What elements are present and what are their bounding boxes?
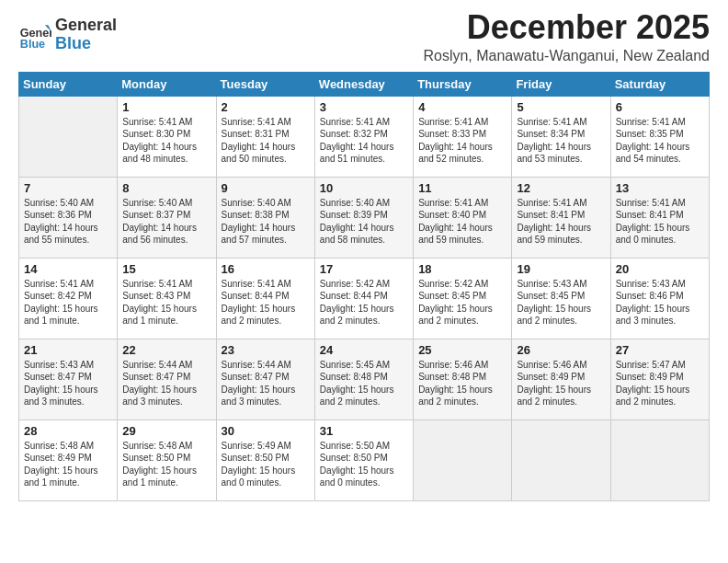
- page-header: General Blue General Blue December 2025 …: [18, 9, 710, 64]
- cell-info: Sunrise: 5:41 AM Sunset: 8:35 PM Dayligh…: [616, 116, 704, 166]
- calendar-cell: 30Sunrise: 5:49 AM Sunset: 8:50 PM Dayli…: [216, 419, 314, 500]
- day-number: 21: [24, 343, 112, 357]
- day-number: 17: [320, 262, 408, 276]
- calendar-cell: 14Sunrise: 5:41 AM Sunset: 8:42 PM Dayli…: [19, 258, 118, 339]
- day-number: 13: [616, 181, 704, 195]
- calendar-cell: 28Sunrise: 5:48 AM Sunset: 8:49 PM Dayli…: [19, 419, 118, 500]
- cell-info: Sunrise: 5:40 AM Sunset: 8:39 PM Dayligh…: [320, 197, 408, 247]
- cell-info: Sunrise: 5:41 AM Sunset: 8:34 PM Dayligh…: [517, 116, 605, 166]
- cell-info: Sunrise: 5:42 AM Sunset: 8:44 PM Dayligh…: [320, 278, 408, 327]
- cell-info: Sunrise: 5:40 AM Sunset: 8:38 PM Dayligh…: [222, 197, 310, 247]
- day-number: 28: [24, 424, 112, 438]
- calendar-cell: 5Sunrise: 5:41 AM Sunset: 8:34 PM Daylig…: [512, 96, 610, 177]
- day-number: 29: [122, 424, 210, 438]
- cell-info: Sunrise: 5:41 AM Sunset: 8:31 PM Dayligh…: [222, 116, 310, 166]
- weekday-header-saturday: Saturday: [610, 72, 709, 96]
- day-number: 12: [517, 181, 605, 195]
- calendar-cell: 8Sunrise: 5:40 AM Sunset: 8:37 PM Daylig…: [118, 177, 216, 258]
- weekday-header-tuesday: Tuesday: [216, 72, 314, 96]
- day-number: 5: [517, 100, 605, 114]
- cell-info: Sunrise: 5:46 AM Sunset: 8:48 PM Dayligh…: [418, 359, 506, 408]
- weekday-header-thursday: Thursday: [414, 72, 512, 96]
- weekday-header-wednesday: Wednesday: [314, 72, 413, 96]
- cell-info: Sunrise: 5:41 AM Sunset: 8:44 PM Dayligh…: [222, 278, 310, 327]
- calendar-cell: 19Sunrise: 5:43 AM Sunset: 8:45 PM Dayli…: [512, 258, 610, 339]
- calendar-cell: 1Sunrise: 5:41 AM Sunset: 8:30 PM Daylig…: [118, 96, 216, 177]
- month-title: December 2025: [423, 9, 710, 46]
- calendar-week-row: 14Sunrise: 5:41 AM Sunset: 8:42 PM Dayli…: [19, 258, 710, 339]
- cell-info: Sunrise: 5:43 AM Sunset: 8:47 PM Dayligh…: [24, 359, 112, 408]
- calendar-cell: 9Sunrise: 5:40 AM Sunset: 8:38 PM Daylig…: [216, 177, 314, 258]
- day-number: 30: [222, 424, 310, 438]
- day-number: 22: [122, 343, 210, 357]
- calendar-cell: 26Sunrise: 5:46 AM Sunset: 8:49 PM Dayli…: [512, 339, 610, 419]
- weekday-header-monday: Monday: [118, 72, 216, 96]
- day-number: 27: [616, 343, 704, 357]
- calendar-cell: 4Sunrise: 5:41 AM Sunset: 8:33 PM Daylig…: [414, 96, 512, 177]
- day-number: 3: [320, 100, 408, 114]
- day-number: 31: [320, 424, 408, 438]
- cell-info: Sunrise: 5:40 AM Sunset: 8:37 PM Dayligh…: [122, 197, 210, 247]
- calendar-cell: [610, 419, 709, 500]
- calendar-cell: [19, 96, 118, 177]
- calendar-cell: 22Sunrise: 5:44 AM Sunset: 8:47 PM Dayli…: [118, 339, 216, 419]
- weekday-header-row: SundayMondayTuesdayWednesdayThursdayFrid…: [19, 72, 710, 96]
- cell-info: Sunrise: 5:47 AM Sunset: 8:49 PM Dayligh…: [616, 359, 704, 408]
- day-number: 26: [517, 343, 605, 357]
- calendar-cell: 15Sunrise: 5:41 AM Sunset: 8:43 PM Dayli…: [118, 258, 216, 339]
- cell-info: Sunrise: 5:41 AM Sunset: 8:41 PM Dayligh…: [616, 197, 704, 247]
- cell-info: Sunrise: 5:46 AM Sunset: 8:49 PM Dayligh…: [517, 359, 605, 408]
- calendar-cell: 27Sunrise: 5:47 AM Sunset: 8:49 PM Dayli…: [610, 339, 709, 419]
- calendar-cell: 10Sunrise: 5:40 AM Sunset: 8:39 PM Dayli…: [314, 177, 413, 258]
- day-number: 24: [320, 343, 408, 357]
- cell-info: Sunrise: 5:43 AM Sunset: 8:45 PM Dayligh…: [517, 278, 605, 327]
- calendar-cell: 16Sunrise: 5:41 AM Sunset: 8:44 PM Dayli…: [216, 258, 314, 339]
- day-number: 4: [418, 100, 506, 114]
- calendar-cell: [414, 419, 512, 500]
- logo-text-line2: Blue: [55, 35, 117, 53]
- calendar-cell: 11Sunrise: 5:41 AM Sunset: 8:40 PM Dayli…: [414, 177, 512, 258]
- day-number: 10: [320, 181, 408, 195]
- calendar-cell: 21Sunrise: 5:43 AM Sunset: 8:47 PM Dayli…: [19, 339, 118, 419]
- calendar-cell: 31Sunrise: 5:50 AM Sunset: 8:50 PM Dayli…: [314, 419, 413, 500]
- cell-info: Sunrise: 5:41 AM Sunset: 8:33 PM Dayligh…: [418, 116, 506, 166]
- cell-info: Sunrise: 5:44 AM Sunset: 8:47 PM Dayligh…: [222, 359, 310, 408]
- cell-info: Sunrise: 5:40 AM Sunset: 8:36 PM Dayligh…: [24, 197, 112, 247]
- calendar-week-row: 28Sunrise: 5:48 AM Sunset: 8:49 PM Dayli…: [19, 419, 710, 500]
- calendar-week-row: 1Sunrise: 5:41 AM Sunset: 8:30 PM Daylig…: [19, 96, 710, 177]
- day-number: 19: [517, 262, 605, 276]
- cell-info: Sunrise: 5:41 AM Sunset: 8:30 PM Dayligh…: [122, 116, 210, 166]
- calendar-cell: 24Sunrise: 5:45 AM Sunset: 8:48 PM Dayli…: [314, 339, 413, 419]
- cell-info: Sunrise: 5:48 AM Sunset: 8:49 PM Dayligh…: [24, 440, 112, 489]
- calendar-cell: 7Sunrise: 5:40 AM Sunset: 8:36 PM Daylig…: [19, 177, 118, 258]
- calendar-week-row: 21Sunrise: 5:43 AM Sunset: 8:47 PM Dayli…: [19, 339, 710, 419]
- day-number: 9: [222, 181, 310, 195]
- cell-info: Sunrise: 5:41 AM Sunset: 8:41 PM Dayligh…: [517, 197, 605, 247]
- cell-info: Sunrise: 5:45 AM Sunset: 8:48 PM Dayligh…: [320, 359, 408, 408]
- day-number: 6: [616, 100, 704, 114]
- day-number: 11: [418, 181, 506, 195]
- cell-info: Sunrise: 5:48 AM Sunset: 8:50 PM Dayligh…: [122, 440, 210, 489]
- location-subtitle: Roslyn, Manawatu-Wanganui, New Zealand: [423, 48, 710, 64]
- day-number: 8: [122, 181, 210, 195]
- calendar-cell: 20Sunrise: 5:43 AM Sunset: 8:46 PM Dayli…: [610, 258, 709, 339]
- day-number: 23: [222, 343, 310, 357]
- title-block: December 2025 Roslyn, Manawatu-Wanganui,…: [423, 9, 710, 64]
- calendar-cell: 6Sunrise: 5:41 AM Sunset: 8:35 PM Daylig…: [610, 96, 709, 177]
- calendar-cell: 29Sunrise: 5:48 AM Sunset: 8:50 PM Dayli…: [118, 419, 216, 500]
- logo: General Blue General Blue: [18, 17, 117, 53]
- day-number: 14: [24, 262, 112, 276]
- cell-info: Sunrise: 5:50 AM Sunset: 8:50 PM Dayligh…: [320, 440, 408, 489]
- day-number: 7: [24, 181, 112, 195]
- day-number: 16: [222, 262, 310, 276]
- cell-info: Sunrise: 5:44 AM Sunset: 8:47 PM Dayligh…: [122, 359, 210, 408]
- cell-info: Sunrise: 5:43 AM Sunset: 8:46 PM Dayligh…: [616, 278, 704, 327]
- day-number: 15: [122, 262, 210, 276]
- cell-info: Sunrise: 5:41 AM Sunset: 8:42 PM Dayligh…: [24, 278, 112, 327]
- day-number: 18: [418, 262, 506, 276]
- calendar-cell: 23Sunrise: 5:44 AM Sunset: 8:47 PM Dayli…: [216, 339, 314, 419]
- day-number: 2: [222, 100, 310, 114]
- calendar-week-row: 7Sunrise: 5:40 AM Sunset: 8:36 PM Daylig…: [19, 177, 710, 258]
- calendar-table: SundayMondayTuesdayWednesdayThursdayFrid…: [18, 72, 710, 501]
- logo-text-line1: General: [55, 17, 117, 35]
